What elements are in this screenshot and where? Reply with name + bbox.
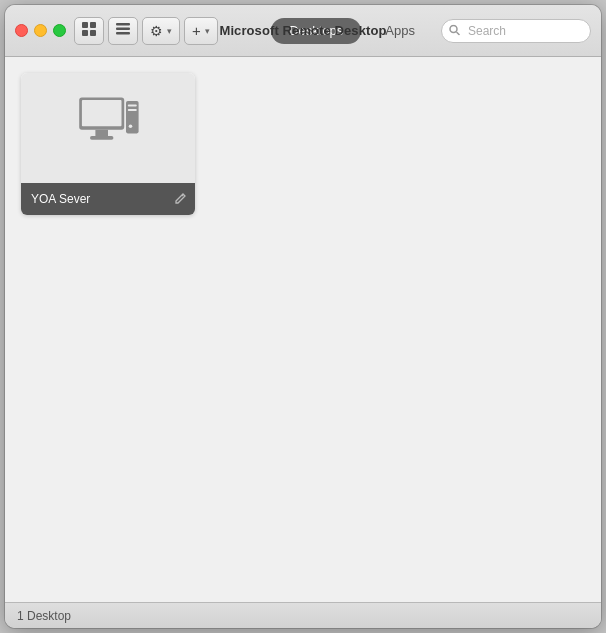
svg-rect-6 xyxy=(116,32,130,35)
traffic-lights xyxy=(15,24,66,37)
svg-rect-14 xyxy=(128,105,137,107)
desktop-card[interactable]: YOA Sever xyxy=(21,73,195,215)
desktop-computer-icon xyxy=(72,92,144,164)
statusbar: 1 Desktop xyxy=(5,602,601,628)
desktop-card-preview xyxy=(21,73,195,183)
add-icon: + xyxy=(192,22,201,39)
maximize-button[interactable] xyxy=(53,24,66,37)
window-title: Microsoft Remote Desktop xyxy=(219,23,386,38)
add-button[interactable]: + ▾ xyxy=(184,17,218,45)
desktop-grid: YOA Sever xyxy=(21,73,585,215)
svg-rect-3 xyxy=(90,30,96,36)
search-input[interactable] xyxy=(441,19,591,43)
statusbar-text: 1 Desktop xyxy=(17,609,71,623)
app-window: ⚙ ▾ + ▾ Microsoft Remote Desktop Desktop… xyxy=(5,5,601,628)
svg-point-16 xyxy=(129,124,133,128)
desktop-card-footer: YOA Sever xyxy=(21,183,195,215)
svg-rect-0 xyxy=(82,22,88,28)
svg-rect-15 xyxy=(128,109,137,111)
minimize-button[interactable] xyxy=(34,24,47,37)
svg-rect-2 xyxy=(82,30,88,36)
grid-view-button[interactable] xyxy=(74,17,104,45)
search-container xyxy=(441,19,591,43)
toolbar-left: ⚙ ▾ + ▾ xyxy=(74,17,218,45)
gear-button[interactable]: ⚙ ▾ xyxy=(142,17,180,45)
svg-rect-10 xyxy=(82,100,122,126)
svg-rect-5 xyxy=(116,28,130,31)
gear-icon: ⚙ xyxy=(150,23,163,39)
svg-rect-12 xyxy=(90,136,113,140)
add-caret-icon: ▾ xyxy=(205,26,210,36)
main-content: YOA Sever xyxy=(5,57,601,602)
svg-rect-1 xyxy=(90,22,96,28)
gear-caret-icon: ▾ xyxy=(167,26,172,36)
svg-rect-11 xyxy=(95,130,108,137)
edit-icon[interactable] xyxy=(174,191,187,207)
list-icon xyxy=(116,22,130,39)
close-button[interactable] xyxy=(15,24,28,37)
list-view-button[interactable] xyxy=(108,17,138,45)
titlebar: ⚙ ▾ + ▾ Microsoft Remote Desktop Desktop… xyxy=(5,5,601,57)
desktop-name: YOA Sever xyxy=(31,192,90,206)
grid-icon xyxy=(82,22,96,39)
svg-rect-4 xyxy=(116,23,130,26)
